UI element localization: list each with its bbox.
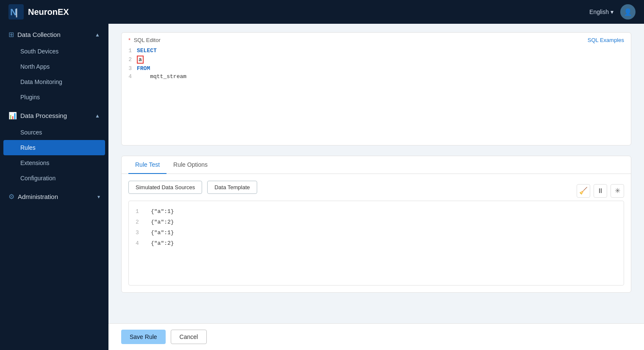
output-line-2: 2 {"a":2}: [136, 217, 617, 227]
svg-text:|: |: [15, 7, 18, 17]
save-rule-button[interactable]: Save Rule: [121, 330, 166, 344]
line-num-1: 1: [122, 48, 137, 54]
sql-examples-link[interactable]: SQL Examples: [588, 37, 624, 43]
cancel-button[interactable]: Cancel: [171, 330, 207, 344]
data-processing-icon: 📊: [8, 112, 17, 120]
output-content-2: {"a":2}: [151, 219, 174, 225]
administration-chevron-icon: ▾: [97, 194, 100, 200]
output-panel: 1 {"a":1} 2 {"a":2} 3 {"a":1} 4: [128, 201, 624, 286]
main-content: * SQL Editor SQL Examples 1 SELECT 2 a: [108, 24, 644, 350]
sidebar-item-plugins[interactable]: Plugins: [0, 90, 108, 105]
sql-editor-label: * SQL Editor: [128, 37, 161, 43]
data-collection-chevron-icon: ▲: [95, 32, 100, 38]
required-marker: *: [128, 37, 130, 43]
output-line-num-3: 3: [136, 230, 144, 236]
data-collection-icon: ⊞: [8, 31, 14, 39]
sidebar-item-north-apps[interactable]: North Apps: [0, 59, 108, 74]
sql-editor-header: * SQL Editor SQL Examples: [122, 33, 631, 43]
simulated-data-sources-button[interactable]: Simulated Data Sources: [128, 181, 202, 194]
tab-rule-options[interactable]: Rule Options: [167, 156, 214, 174]
loading-icon: ✳: [615, 187, 620, 195]
tab-actions: 🧹 ⏸ ✳: [577, 184, 624, 198]
sql-editor-title: SQL Editor: [134, 37, 161, 43]
administration-icon: ⚙: [8, 193, 14, 201]
line-num-3: 3: [122, 65, 137, 72]
clear-button[interactable]: 🧹: [577, 184, 590, 198]
line-content-4: mqtt_stream: [137, 73, 631, 80]
output-line-num-2: 2: [136, 219, 144, 225]
sidebar-item-data-monitoring[interactable]: Data Monitoring: [0, 74, 108, 90]
tab-buttons: Simulated Data Sources Data Template: [128, 181, 257, 194]
tab-buttons-row: Simulated Data Sources Data Template 🧹 ⏸: [128, 181, 624, 201]
language-selector[interactable]: English ▾: [589, 8, 613, 15]
language-chevron-icon: ▾: [611, 8, 613, 15]
output-line-4: 4 {"a":2}: [136, 238, 617, 249]
output-line-1: 1 {"a":1}: [136, 206, 617, 217]
sidebar-section-data-collection: ⊞ Data Collection ▲ South Devices North …: [0, 24, 108, 105]
line-num-2: 2: [122, 56, 137, 63]
pause-button[interactable]: ⏸: [594, 184, 607, 198]
user-avatar[interactable]: 👤: [620, 4, 636, 20]
language-label: English: [589, 8, 609, 15]
sidebar-section-label-administration: Administration: [18, 193, 58, 200]
tabs-section: Rule Test Rule Options Simulated Data So…: [121, 156, 631, 293]
line-content-1: SELECT: [137, 48, 631, 54]
code-line-3: 3 FROM: [122, 64, 631, 73]
sidebar-item-configuration[interactable]: Configuration: [0, 171, 108, 186]
sidebar-section-header-administration[interactable]: ⚙ Administration ▾: [0, 186, 108, 206]
action-bar: Save Rule Cancel: [108, 323, 644, 350]
data-processing-chevron-icon: ▲: [95, 113, 100, 119]
cursor-box: a: [137, 56, 144, 64]
tabs-header: Rule Test Rule Options: [122, 156, 631, 174]
main-layout: ⊞ Data Collection ▲ South Devices North …: [0, 24, 644, 350]
sidebar: ⊞ Data Collection ▲ South Devices North …: [0, 24, 108, 350]
output-line-num-1: 1: [136, 208, 144, 215]
output-content-3: {"a":1}: [151, 230, 174, 236]
logo-icon: N |: [8, 4, 24, 20]
top-navbar: N | NeuronEX English ▾ 👤: [0, 0, 644, 24]
output-line-num-4: 4: [136, 240, 144, 246]
loading-button[interactable]: ✳: [611, 184, 624, 198]
output-line-3: 3 {"a":1}: [136, 227, 617, 238]
sidebar-item-extensions[interactable]: Extensions: [0, 155, 108, 171]
sidebar-section-administration: ⚙ Administration ▾: [0, 186, 108, 206]
app-logo: N | NeuronEX: [8, 4, 69, 20]
sidebar-item-rules[interactable]: Rules: [3, 140, 105, 155]
code-line-4: 4 mqtt_stream: [122, 73, 631, 81]
line-content-2: a: [137, 56, 631, 64]
sidebar-section-label-data-collection: Data Collection: [17, 31, 61, 38]
line-content-3: FROM: [137, 65, 631, 72]
code-line-2: 2 a: [122, 55, 631, 64]
pause-icon: ⏸: [597, 187, 604, 195]
sidebar-section-header-data-collection[interactable]: ⊞ Data Collection ▲: [0, 24, 108, 44]
sidebar-section-data-processing: 📊 Data Processing ▲ Sources Rules Extens…: [0, 105, 108, 186]
sql-editor-section: * SQL Editor SQL Examples 1 SELECT 2 a: [121, 32, 631, 146]
output-content-1: {"a":1}: [151, 208, 174, 215]
clear-icon: 🧹: [579, 187, 588, 195]
sidebar-item-south-devices[interactable]: South Devices: [0, 44, 108, 59]
sidebar-section-header-data-processing[interactable]: 📊 Data Processing ▲: [0, 105, 108, 125]
content-area: * SQL Editor SQL Examples 1 SELECT 2 a: [108, 24, 644, 323]
sql-editor-body[interactable]: 1 SELECT 2 a 3 FROM 4: [122, 43, 631, 145]
code-line-1: 1 SELECT: [122, 47, 631, 55]
user-icon: 👤: [624, 8, 632, 16]
tab-rule-test[interactable]: Rule Test: [128, 156, 167, 174]
sidebar-item-sources[interactable]: Sources: [0, 125, 108, 140]
sidebar-items-data-processing: Sources Rules Extensions Configuration: [0, 125, 108, 186]
app-title: NeuronEX: [28, 7, 69, 17]
data-template-button[interactable]: Data Template: [207, 181, 257, 194]
sidebar-section-label-data-processing: Data Processing: [20, 112, 67, 119]
tabs-body: Simulated Data Sources Data Template 🧹 ⏸: [122, 174, 631, 292]
line-num-4: 4: [122, 73, 137, 80]
sidebar-items-data-collection: South Devices North Apps Data Monitoring…: [0, 44, 108, 105]
topnav-right: English ▾ 👤: [589, 4, 636, 20]
output-content-4: {"a":2}: [151, 240, 174, 246]
